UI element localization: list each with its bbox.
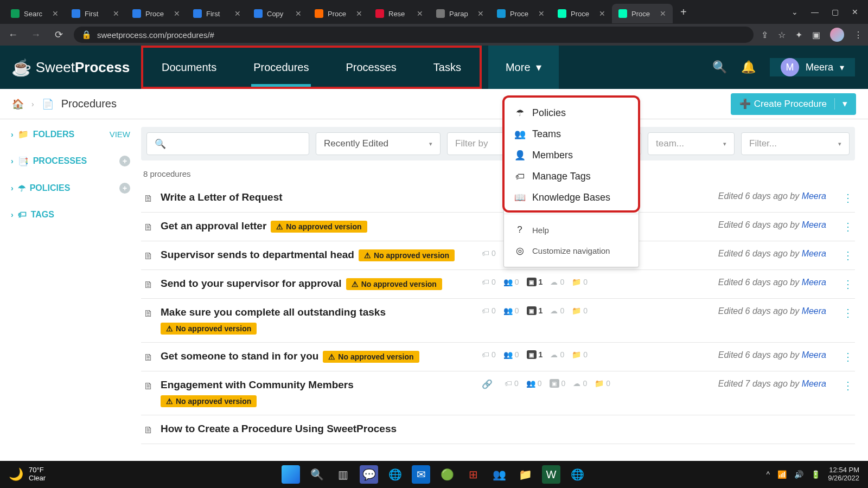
back-button[interactable]: ←	[5, 27, 21, 42]
dropdown-help[interactable]: ?Help	[504, 220, 639, 240]
browser-tab[interactable]: Parap✕	[430, 4, 490, 23]
nav-tasks[interactable]: Tasks	[415, 48, 480, 87]
clock[interactable]: 12:54 PM9/26/2022	[828, 466, 859, 483]
home-icon[interactable]: 🏠	[12, 98, 24, 110]
close-tab-icon[interactable]: ✕	[234, 9, 241, 18]
create-procedure-button[interactable]: ➕ Create Procedure ▾	[731, 93, 856, 115]
browser-tab[interactable]: Copy✕	[247, 4, 308, 23]
sort-dropdown[interactable]: Recently Edited ▾	[316, 132, 441, 155]
procedure-title[interactable]: Engagement with Community Members	[161, 379, 354, 390]
reload-button[interactable]: ⟳	[51, 27, 66, 42]
logo[interactable]: ☕ SweetProcess	[0, 58, 141, 77]
browser-tab[interactable]: First✕	[187, 4, 247, 23]
bell-icon[interactable]: 🔔	[741, 60, 756, 74]
sidebar-item-folders[interactable]: › 📁 FOLDERS VIEW	[11, 129, 130, 139]
procedure-row[interactable]: 🗎 Get someone to stand in for you⚠No app…	[141, 343, 855, 371]
chrome-icon[interactable]: 🌐	[386, 465, 404, 484]
share-icon[interactable]: ⇪	[761, 30, 768, 40]
weather-widget[interactable]: 🌙 70°FClear	[9, 466, 46, 483]
chat-icon[interactable]: 💬	[360, 465, 378, 484]
row-menu-button[interactable]: ⋮	[843, 306, 853, 319]
close-tab-icon[interactable]: ✕	[477, 9, 484, 18]
procedure-title[interactable]: Get someone to stand in for you	[161, 350, 318, 362]
nav-procedures[interactable]: Procedures	[235, 48, 327, 87]
network-icon[interactable]: 📶	[777, 470, 787, 479]
procedure-row[interactable]: 🗎 Supervisor sends to departmental head⚠…	[141, 241, 855, 270]
forward-button[interactable]: →	[28, 27, 43, 42]
close-tab-icon[interactable]: ✕	[113, 9, 119, 18]
browser-profile-avatar[interactable]	[830, 28, 844, 42]
browser-tab[interactable]: Proce✕	[490, 4, 551, 23]
add-policy-button[interactable]: +	[119, 183, 130, 194]
dropdown-manage-tags[interactable]: 🏷Manage Tags	[504, 166, 639, 187]
browser-tab[interactable]: Proce✕	[551, 4, 612, 23]
close-tab-icon[interactable]: ✕	[660, 9, 666, 18]
url-input[interactable]: 🔒 sweetprocess.com/procedures/#	[74, 27, 754, 43]
office-icon[interactable]: ⊞	[464, 465, 482, 484]
search-icon[interactable]: 🔍	[712, 60, 727, 74]
nav-processes[interactable]: Processes	[327, 48, 414, 87]
editor-link[interactable]: Meera	[802, 306, 826, 316]
caret-down-icon[interactable]: ▾	[834, 98, 847, 110]
editor-link[interactable]: Meera	[802, 220, 826, 229]
dropdown-teams[interactable]: 👥Teams	[504, 124, 639, 145]
battery-icon[interactable]: 🔋	[811, 470, 820, 479]
search-input[interactable]: 🔍	[146, 132, 309, 155]
procedure-row[interactable]: 🗎 Engagement with Community Members⚠No a…	[141, 371, 855, 415]
close-tab-icon[interactable]: ✕	[417, 9, 423, 18]
browser-tab[interactable]: Rese✕	[369, 4, 430, 23]
teams-icon[interactable]: 👥	[490, 465, 508, 484]
volume-icon[interactable]: 🔊	[794, 470, 803, 479]
close-tab-icon[interactable]: ✕	[174, 9, 180, 18]
procedure-title[interactable]: Send to your supervisor for approval	[161, 278, 342, 289]
procedure-title[interactable]: Supervisor sends to departmental head	[161, 249, 354, 260]
filter-dropdown[interactable]: Filter... ▾	[741, 132, 850, 155]
row-menu-button[interactable]: ⋮	[843, 249, 853, 262]
browser-menu-icon[interactable]: ⋮	[854, 30, 863, 40]
sidebar-item-processes[interactable]: › 📑 PROCESSES +	[11, 156, 130, 166]
procedure-row[interactable]: 🗎 Write a Letter of Request Edited 6 day…	[141, 184, 855, 213]
nav-documents[interactable]: Documents	[143, 48, 235, 87]
sidebar-item-policies[interactable]: › ☂ POLICIES +	[11, 183, 130, 194]
editor-link[interactable]: Meera	[802, 191, 826, 201]
user-menu[interactable]: M Meera ▾	[770, 58, 855, 76]
browser-tab[interactable]: Proce✕	[612, 4, 673, 23]
row-menu-button[interactable]: ⋮	[843, 278, 853, 291]
row-menu-button[interactable]: ⋮	[843, 220, 853, 233]
sidebar-view-link[interactable]: VIEW	[110, 130, 130, 139]
mail-icon[interactable]: ✉	[412, 465, 430, 484]
team-filter-dropdown[interactable]: team... ▾	[648, 132, 735, 155]
close-tab-icon[interactable]: ✕	[538, 9, 545, 18]
maximize-icon[interactable]: ▢	[832, 8, 839, 16]
editor-link[interactable]: Meera	[802, 278, 826, 287]
tray-chevron-icon[interactable]: ^	[767, 470, 770, 479]
editor-link[interactable]: Meera	[802, 379, 826, 388]
chrome-2-icon[interactable]: 🌐	[568, 465, 586, 484]
procedure-title[interactable]: Write a Letter of Request	[161, 191, 283, 203]
procedure-row[interactable]: 🗎 Send to your supervisor for approval⚠N…	[141, 270, 855, 299]
explorer-icon[interactable]: 📁	[516, 465, 534, 484]
start-icon[interactable]	[282, 465, 300, 484]
procedure-row[interactable]: 🗎 Get an approval letter⚠No approved ver…	[141, 213, 855, 241]
search-taskbar-icon[interactable]: 🔍	[308, 465, 326, 484]
row-menu-button[interactable]: ⋮	[843, 379, 853, 392]
edge-icon[interactable]: 🟢	[438, 465, 456, 484]
extensions-icon[interactable]: ✦	[795, 30, 802, 40]
row-menu-button[interactable]: ⋮	[843, 191, 853, 204]
minimize-icon[interactable]: —	[811, 8, 819, 16]
close-tab-icon[interactable]: ✕	[599, 9, 605, 18]
procedure-row[interactable]: 🗎 How to Create a Procedure Using SweetP…	[141, 415, 855, 444]
editor-link[interactable]: Meera	[802, 249, 826, 258]
procedure-row[interactable]: 🗎 Make sure you complete all outstanding…	[141, 299, 855, 343]
dropdown-members[interactable]: 👤Members	[504, 145, 639, 166]
dropdown-customize-nav[interactable]: ◎Customize navigation	[504, 240, 639, 261]
add-process-button[interactable]: +	[119, 156, 130, 166]
procedure-title[interactable]: How to Create a Procedure Using SweetPro…	[161, 423, 397, 434]
close-tab-icon[interactable]: ✕	[295, 9, 302, 18]
dropdown-policies[interactable]: ☂Policies	[504, 102, 639, 124]
close-tab-icon[interactable]: ✕	[52, 9, 59, 18]
browser-tab[interactable]: Searc✕	[4, 4, 65, 23]
star-icon[interactable]: ☆	[778, 30, 786, 40]
row-menu-button[interactable]: ⋮	[843, 350, 853, 363]
word-icon[interactable]: W	[542, 465, 560, 484]
